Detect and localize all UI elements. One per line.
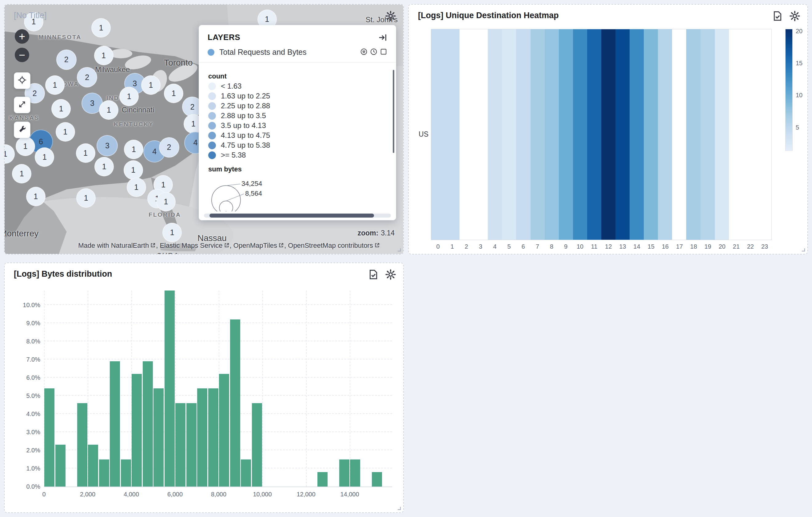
- histogram-bar[interactable]: [165, 291, 175, 487]
- layer-time-icon[interactable]: [370, 48, 377, 57]
- panel-resize-handle[interactable]: [395, 246, 401, 252]
- map-cluster-marker[interactable]: 1: [12, 164, 31, 183]
- panel-resize-handle[interactable]: [800, 246, 806, 252]
- map-cluster-marker[interactable]: 1: [16, 137, 35, 156]
- histogram-bar[interactable]: [372, 472, 382, 487]
- map-cluster-marker[interactable]: 1: [51, 99, 71, 118]
- map-zoom-out-button[interactable]: −: [15, 48, 29, 62]
- histogram-bar[interactable]: [175, 403, 185, 487]
- map-set-view-button[interactable]: [14, 72, 30, 89]
- map-cluster-marker[interactable]: 1: [26, 187, 46, 206]
- layer-row[interactable]: Total Requests and Bytes: [199, 47, 396, 62]
- histogram-bar[interactable]: [197, 388, 207, 487]
- histogram-bar[interactable]: [339, 459, 349, 487]
- heatmap-cell-hour-23[interactable]: [757, 29, 772, 240]
- histogram-bar[interactable]: [132, 374, 142, 487]
- map-cluster-marker[interactable]: 1: [35, 147, 54, 167]
- map-cluster-marker[interactable]: 1: [163, 223, 182, 242]
- heatmap-legend-tick: 5: [796, 124, 799, 131]
- histogram-bar[interactable]: [77, 403, 87, 487]
- map-fit-to-data-button[interactable]: [14, 97, 30, 113]
- heatmap-cell-hour-14[interactable]: [630, 29, 644, 240]
- map-cluster-marker[interactable]: 1: [119, 87, 139, 106]
- layer-settings-icon[interactable]: [360, 48, 368, 57]
- panel-settings-gear-icon[interactable]: [385, 269, 396, 280]
- map-cluster-marker[interactable]: 1: [156, 192, 176, 211]
- map-cluster-marker[interactable]: 1: [91, 18, 111, 37]
- heatmap-legend-tick: 10: [796, 92, 803, 99]
- map-cluster-marker[interactable]: 1: [124, 160, 143, 180]
- heatmap-cell-hour-2[interactable]: [460, 29, 474, 240]
- histogram-bar[interactable]: [317, 472, 327, 487]
- heatmap-cell-hour-13[interactable]: [615, 29, 630, 240]
- heatmap-cell-hour-0[interactable]: [431, 29, 445, 240]
- map-cluster-marker[interactable]: 1: [5, 144, 15, 164]
- heatmap-cell-hour-19[interactable]: [700, 29, 715, 240]
- heatmap-cell-hour-17[interactable]: [672, 29, 686, 240]
- map-cluster-marker[interactable]: 1: [76, 143, 95, 163]
- map-cluster-marker[interactable]: 1: [127, 178, 146, 197]
- map-cluster-marker[interactable]: 2: [56, 50, 77, 70]
- heatmap-cell-hour-22[interactable]: [743, 29, 757, 240]
- layer-visibility-checkbox[interactable]: [380, 48, 387, 57]
- heatmap-cell-hour-12[interactable]: [601, 29, 615, 240]
- histogram-bar[interactable]: [143, 361, 153, 487]
- save-to-library-icon[interactable]: [368, 269, 379, 280]
- heatmap-cell-hour-6[interactable]: [516, 29, 530, 240]
- histogram-bar[interactable]: [88, 445, 98, 487]
- histogram-bar[interactable]: [110, 361, 120, 487]
- attribution-link[interactable]: NaturalEarth: [111, 242, 149, 249]
- panel-resize-handle[interactable]: [395, 505, 401, 511]
- heatmap-cell-hour-15[interactable]: [644, 29, 658, 240]
- histogram-bar[interactable]: [208, 388, 219, 487]
- map-cluster-marker[interactable]: 1: [45, 75, 65, 95]
- heatmap-cell-hour-18[interactable]: [686, 29, 700, 240]
- attribution-link[interactable]: OpenStreetMap contributors: [288, 242, 373, 249]
- panel-settings-gear-icon[interactable]: [789, 11, 800, 21]
- histogram-bar[interactable]: [55, 445, 65, 487]
- heatmap-cell-hour-11[interactable]: [587, 29, 601, 240]
- heatmap-cell-hour-5[interactable]: [502, 29, 516, 240]
- heatmap-cell-hour-9[interactable]: [559, 29, 573, 240]
- histogram-bar[interactable]: [241, 459, 251, 487]
- heatmap-cell-hour-4[interactable]: [488, 29, 502, 240]
- map-zoom-in-button[interactable]: +: [15, 29, 29, 44]
- map-cluster-marker[interactable]: 1: [124, 140, 143, 159]
- map-cluster-marker[interactable]: 1: [99, 100, 118, 120]
- heatmap-cell-hour-7[interactable]: [530, 29, 545, 240]
- map-cluster-marker[interactable]: 3: [96, 135, 118, 156]
- panel-settings-gear-icon[interactable]: [385, 11, 396, 21]
- map-cluster-marker[interactable]: 1: [141, 75, 161, 95]
- attribution-link[interactable]: Elastic Maps Service: [160, 242, 222, 249]
- heatmap-cell-hour-16[interactable]: [658, 29, 672, 240]
- heatmap-cell-hour-3[interactable]: [474, 29, 488, 240]
- heatmap-cell-hour-20[interactable]: [715, 29, 729, 240]
- histogram-bar[interactable]: [121, 459, 131, 487]
- map-viewport[interactable]: MINNESOTAIOWAKANSASINDIANAKENTUCKYFLORID…: [5, 5, 403, 254]
- map-cluster-marker[interactable]: 1: [94, 46, 114, 65]
- histogram-bar[interactable]: [252, 403, 262, 487]
- histogram-bar[interactable]: [230, 320, 240, 487]
- histogram-bar[interactable]: [350, 459, 360, 487]
- heatmap-cell-hour-1[interactable]: [445, 29, 460, 240]
- map-cluster-marker[interactable]: 1: [94, 157, 114, 176]
- map-cluster-marker[interactable]: 1: [164, 84, 183, 103]
- save-to-library-icon[interactable]: [772, 11, 783, 21]
- heatmap-cell-hour-10[interactable]: [573, 29, 587, 240]
- collapse-panel-icon[interactable]: [378, 33, 387, 42]
- map-cluster-marker[interactable]: 2: [159, 137, 179, 158]
- layers-vertical-scrollbar[interactable]: [393, 70, 394, 153]
- map-cluster-marker[interactable]: 1: [76, 188, 96, 208]
- map-tools-button[interactable]: [14, 121, 30, 138]
- heatmap-cell-hour-8[interactable]: [545, 29, 559, 240]
- map-cluster-marker[interactable]: 1: [56, 122, 75, 141]
- map-cluster-marker[interactable]: 2: [77, 67, 97, 87]
- histogram-bar[interactable]: [186, 403, 197, 487]
- histogram-bar[interactable]: [153, 388, 164, 487]
- layers-horizontal-scrollbar-thumb[interactable]: [209, 214, 374, 218]
- histogram-bar[interactable]: [44, 388, 54, 487]
- heatmap-cell-hour-21[interactable]: [729, 29, 743, 240]
- attribution-link[interactable]: OpenMapTiles: [233, 242, 277, 249]
- histogram-bar[interactable]: [99, 459, 109, 487]
- histogram-bar[interactable]: [219, 374, 229, 487]
